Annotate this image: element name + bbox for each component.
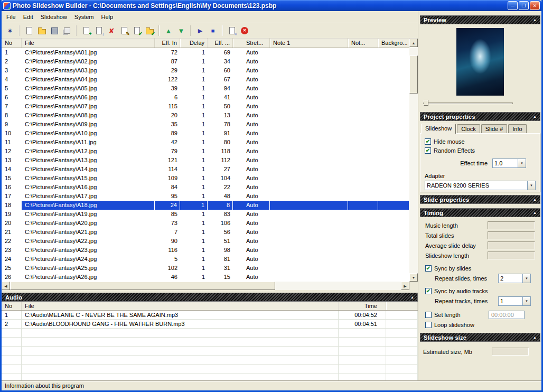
table-row[interactable]: 3C:\Pictures\Fantasy\A03.jpg29160Auto bbox=[2, 66, 409, 75]
slideshow-size-section-header[interactable]: Slideshow size ▲ bbox=[420, 333, 540, 342]
collapse-icon[interactable]: ▲ bbox=[533, 335, 537, 339]
toolbar-new-slideshow-button[interactable] bbox=[23, 25, 35, 37]
column-header[interactable]: Eff. ... bbox=[208, 39, 233, 48]
dropdown-arrow-icon[interactable]: ▼ bbox=[522, 297, 530, 305]
column-header[interactable]: Backgro... bbox=[378, 39, 409, 48]
toolbar-insert-files-button[interactable]: ↓ bbox=[92, 25, 105, 37]
collapse-icon[interactable]: ▲ bbox=[533, 115, 537, 118]
tab-slideshow[interactable]: Slideshow bbox=[421, 124, 456, 134]
vertical-scroll-thumb[interactable] bbox=[409, 55, 418, 94]
horizontal-scroll-track[interactable] bbox=[10, 282, 401, 290]
timing-section-header[interactable]: Timing ▲ bbox=[420, 208, 540, 217]
scroll-right-button[interactable]: ▶ bbox=[401, 282, 409, 290]
column-header[interactable]: File bbox=[22, 302, 339, 310]
sync-by-audio-checkbox[interactable]: ✔ bbox=[425, 288, 432, 294]
menu-edit[interactable]: Edit bbox=[20, 12, 37, 22]
vertical-scroll-track[interactable] bbox=[409, 47, 418, 273]
hide-mouse-checkbox[interactable]: ✔ bbox=[425, 138, 431, 145]
menu-file[interactable]: File bbox=[3, 12, 20, 22]
table-row[interactable]: 14C:\Pictures\Fantasy\A14.jpg114127Auto bbox=[2, 165, 409, 174]
toolbar-open-slideshow-button[interactable] bbox=[35, 25, 48, 37]
table-row[interactable]: 16C:\Pictures\Fantasy\A16.jpg84122Auto bbox=[2, 183, 409, 192]
column-header[interactable]: File bbox=[22, 39, 155, 48]
audio-row[interactable]: 1C:\Audio\MELANIE C - NEVER BE THE SAME … bbox=[2, 311, 418, 320]
toolbar-check-slides-button[interactable]: ✔ bbox=[130, 25, 143, 37]
minimize-button[interactable]: ─ bbox=[508, 1, 518, 10]
toolbar-wizard-button[interactable]: ✶ bbox=[4, 25, 16, 37]
column-header[interactable]: Not... bbox=[348, 39, 378, 48]
preview-slider[interactable] bbox=[423, 100, 513, 106]
repeat-tracks-dropdown[interactable]: 1 ▼ bbox=[498, 296, 531, 306]
tab-slide[interactable]: Slide # bbox=[481, 124, 508, 134]
toolbar-move-up-button[interactable]: ▲ bbox=[162, 25, 175, 37]
dropdown-arrow-icon[interactable]: ▼ bbox=[522, 274, 530, 283]
table-row[interactable]: 9C:\Pictures\Fantasy\A09.jpg35178Auto bbox=[2, 120, 409, 129]
effect-time-dropdown[interactable]: 1.0 ▼ bbox=[492, 158, 526, 168]
table-row[interactable]: 22C:\Pictures\Fantasy\A22.jpg90151Auto bbox=[2, 237, 409, 246]
column-header[interactable]: Note 1 bbox=[270, 39, 348, 48]
toolbar-abort-button[interactable]: ✕ bbox=[238, 25, 251, 37]
toolbar-add-files-button[interactable]: + bbox=[80, 25, 92, 37]
menu-help[interactable]: Help bbox=[98, 12, 117, 22]
repeat-slides-dropdown[interactable]: 2 ▼ bbox=[498, 274, 531, 283]
collapse-icon[interactable]: ▲ bbox=[410, 295, 414, 299]
table-row[interactable]: 19C:\Pictures\Fantasy\A19.jpg85183Auto bbox=[2, 210, 409, 219]
column-header[interactable]: Time bbox=[339, 302, 386, 310]
column-header[interactable]: Stret... bbox=[233, 39, 270, 48]
toolbar-preview-button[interactable]: ○ bbox=[226, 25, 238, 37]
random-effects-checkbox[interactable]: ✔ bbox=[425, 147, 431, 154]
slide-properties-section-header[interactable]: Slide properties ▲ bbox=[420, 195, 540, 204]
column-header[interactable] bbox=[386, 302, 418, 310]
toolbar-copies-button[interactable] bbox=[61, 25, 73, 37]
audio-row[interactable]: 2C:\Audio\BLOODHOUND GANG - FIRE WATHER … bbox=[2, 320, 418, 329]
toolbar-delete-slide-button[interactable]: ✘ bbox=[105, 25, 118, 37]
table-row[interactable]: 21C:\Pictures\Fantasy\A21.jpg7156Auto bbox=[2, 228, 409, 237]
table-row[interactable]: 2C:\Pictures\Fantasy\A02.jpg87134Auto bbox=[2, 57, 409, 66]
horizontal-scrollbar[interactable]: ◀ ▶ bbox=[2, 282, 409, 290]
toolbar-stop-button[interactable]: ■ bbox=[207, 25, 219, 37]
toolbar-save-slideshow-button[interactable] bbox=[48, 25, 61, 37]
tab-clock[interactable]: Clock bbox=[457, 124, 480, 134]
maximize-button[interactable]: ❐ bbox=[519, 1, 529, 10]
adapter-dropdown[interactable]: RADEON 9200 SERIES ▼ bbox=[425, 181, 536, 190]
table-row[interactable]: 18C:\Pictures\Fantasy\A18.jpg2418Auto bbox=[2, 201, 409, 210]
preview-section-header[interactable]: Preview ▲ bbox=[420, 15, 540, 24]
column-header[interactable]: No bbox=[2, 39, 22, 48]
dropdown-arrow-icon[interactable]: ▼ bbox=[518, 159, 526, 167]
collapse-icon[interactable]: ▲ bbox=[533, 211, 537, 214]
project-properties-section-header[interactable]: Project properties ▲ bbox=[420, 112, 540, 121]
scroll-down-button[interactable]: ▼ bbox=[409, 273, 418, 282]
table-row[interactable]: 17C:\Pictures\Fantasy\A17.jpg95148Auto bbox=[2, 192, 409, 201]
table-row[interactable]: 5C:\Pictures\Fantasy\A05.jpg39194Auto bbox=[2, 84, 409, 93]
table-row[interactable]: 26C:\Pictures\Fantasy\A26.jpg46115Auto bbox=[2, 273, 409, 282]
table-row[interactable]: 12C:\Pictures\Fantasy\A12.jpg791118Auto bbox=[2, 147, 409, 156]
audio-section-header[interactable]: Audio ▲ bbox=[2, 293, 418, 302]
vertical-scrollbar[interactable]: ▲ ▼ bbox=[409, 39, 418, 282]
loop-slideshow-checkbox[interactable] bbox=[425, 322, 432, 328]
table-row[interactable]: 15C:\Pictures\Fantasy\A15.jpg1091104Auto bbox=[2, 174, 409, 183]
toolbar-move-down-button[interactable]: ▼ bbox=[175, 25, 188, 37]
sync-by-slides-checkbox[interactable]: ✔ bbox=[425, 265, 432, 272]
table-row[interactable]: 7C:\Pictures\Fantasy\A07.jpg115150Auto bbox=[2, 102, 409, 111]
table-row[interactable]: 1C:\Pictures\Fantasy\A01.jpg72169Auto bbox=[2, 48, 409, 57]
slider-thumb[interactable] bbox=[424, 100, 428, 106]
menu-slideshow[interactable]: Slideshow bbox=[37, 12, 71, 22]
table-row[interactable]: 6C:\Pictures\Fantasy\A06.jpg6141Auto bbox=[2, 93, 409, 102]
menu-system[interactable]: System bbox=[71, 12, 98, 22]
table-row[interactable]: 8C:\Pictures\Fantasy\A08.jpg20113Auto bbox=[2, 111, 409, 120]
title-bar[interactable]: Photo Slideshow Builder - C:\Documents a… bbox=[2, 0, 541, 11]
set-length-field[interactable]: 00:00:00 bbox=[489, 311, 525, 319]
table-row[interactable]: 24C:\Pictures\Fantasy\A24.jpg5181Auto bbox=[2, 255, 409, 264]
scroll-up-button[interactable]: ▲ bbox=[409, 39, 418, 47]
set-length-checkbox[interactable] bbox=[425, 312, 432, 318]
toolbar-slide-properties-button[interactable]: ✎ bbox=[118, 25, 130, 37]
dropdown-arrow-icon[interactable]: ▼ bbox=[527, 181, 535, 190]
table-row[interactable]: 25C:\Pictures\Fantasy\A25.jpg102131Auto bbox=[2, 264, 409, 273]
column-header[interactable]: Delay bbox=[180, 39, 208, 48]
column-header[interactable]: No bbox=[2, 302, 22, 310]
table-row[interactable]: 23C:\Pictures\Fantasy\A23.jpg116198Auto bbox=[2, 246, 409, 255]
close-button[interactable]: ✕ bbox=[530, 1, 540, 10]
table-row[interactable]: 10C:\Pictures\Fantasy\A10.jpg89191Auto bbox=[2, 129, 409, 138]
column-header[interactable]: Eff. In bbox=[155, 39, 180, 48]
toolbar-play-button[interactable]: ▶ bbox=[194, 25, 207, 37]
